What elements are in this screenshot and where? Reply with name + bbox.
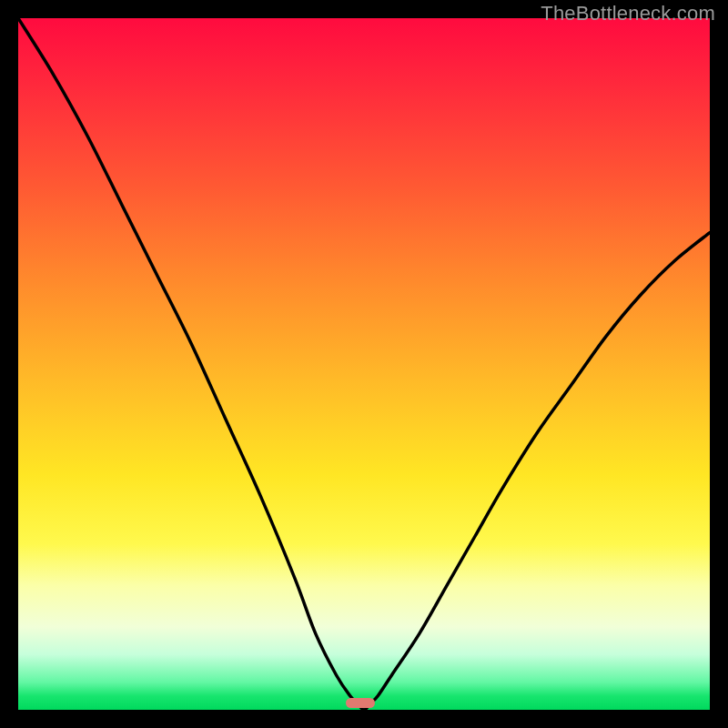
plot-area [18, 18, 710, 710]
curve-svg [18, 18, 710, 710]
watermark-text: TheBottleneck.com [541, 2, 715, 25]
optimum-marker [346, 698, 375, 708]
bottleneck-curve [18, 18, 710, 710]
chart-frame: TheBottleneck.com [0, 0, 728, 728]
